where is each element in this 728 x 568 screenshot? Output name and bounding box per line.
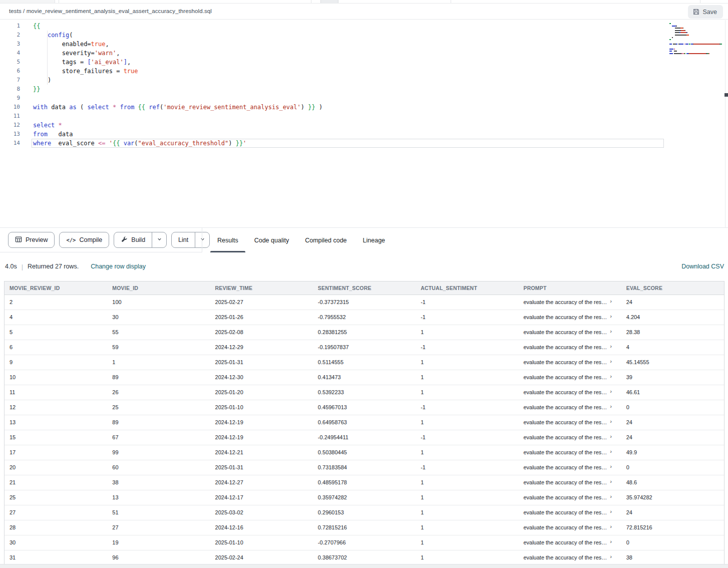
expand-prompt-icon[interactable]: › — [610, 520, 611, 534]
cell: 0.5114555 — [313, 355, 416, 370]
line-number: 6 — [0, 67, 20, 76]
expand-prompt-icon[interactable]: › — [610, 370, 611, 384]
column-header-movie_review_id: MOVIE_REVIEW_ID — [5, 281, 107, 295]
breadcrumb-folder[interactable]: tests — [9, 8, 22, 14]
expand-prompt-icon[interactable]: › — [610, 355, 611, 369]
cell: 48.6 — [621, 475, 724, 490]
expand-prompt-icon[interactable]: › — [610, 445, 611, 459]
divider: | — [22, 263, 23, 270]
expand-prompt-icon[interactable]: › — [610, 460, 611, 474]
cell-prompt: evaluate the accuracy of the res… › — [518, 400, 621, 415]
expand-prompt-icon[interactable]: › — [610, 505, 611, 519]
cell-prompt: evaluate the accuracy of the res… › — [518, 445, 621, 460]
cell: -0.24954411 — [313, 430, 416, 445]
editor-scrollbar-thumb[interactable] — [724, 93, 728, 97]
sql-editor[interactable]: 1{{2 config(3 enabled=true,4 severity='w… — [0, 20, 728, 228]
code-line[interactable]: 13from data — [0, 130, 668, 139]
line-number: 9 — [0, 94, 20, 103]
cell: -0.2707966 — [313, 535, 416, 550]
download-csv-link[interactable]: Download CSV — [681, 263, 724, 270]
breadcrumb[interactable]: tests / movie_review_sentiment_analysis_… — [9, 4, 212, 19]
prompt-text: evaluate the accuracy of the res… — [523, 359, 608, 365]
minimap-line — [669, 46, 722, 47]
preview-label: Preview — [26, 236, 48, 243]
tab-code-quality[interactable]: Code quality — [246, 228, 297, 252]
cell: 60 — [107, 460, 210, 475]
code-line[interactable]: 8}} — [0, 85, 668, 94]
code-line[interactable]: 1{{ — [0, 22, 668, 31]
expand-prompt-icon[interactable]: › — [610, 415, 611, 429]
tab-lineage[interactable]: Lineage — [355, 228, 394, 252]
build-button[interactable]: Build — [114, 232, 167, 248]
code-line[interactable]: 5 tags = ['ai_eval'], — [0, 58, 668, 67]
expand-prompt-icon[interactable]: › — [610, 550, 611, 564]
expand-prompt-icon[interactable]: › — [610, 340, 611, 354]
cell-prompt: evaluate the accuracy of the res… › — [518, 550, 621, 564]
cell: 0 — [621, 535, 724, 550]
expand-prompt-icon[interactable]: › — [610, 325, 611, 339]
table-row: 4302025-01-26-0.7955532-1evaluate the ac… — [5, 310, 724, 325]
chevron-down-icon — [200, 236, 205, 243]
compile-button[interactable]: </> Compile — [59, 232, 109, 248]
cell: 5 — [5, 325, 107, 340]
prompt-text: evaluate the accuracy of the res… — [523, 299, 608, 305]
tab-results[interactable]: Results — [209, 228, 246, 252]
cell: 20 — [5, 460, 107, 475]
cell: -1 — [416, 295, 518, 310]
code-line[interactable]: 11 — [0, 112, 668, 121]
cell-prompt: evaluate the accuracy of the res… › — [518, 520, 621, 535]
cell: 1 — [416, 475, 518, 490]
minimap[interactable] — [669, 23, 722, 68]
horizontal-scrollbar-track[interactable] — [0, 564, 728, 568]
code-line[interactable]: 12select * — [0, 121, 668, 130]
code-line[interactable]: 10with data as ( select * from {{ ref('m… — [0, 103, 668, 112]
code-line[interactable]: 4 severity='warn', — [0, 49, 668, 58]
code-area[interactable]: 1{{2 config(3 enabled=true,4 severity='w… — [0, 22, 668, 148]
top-tab-fragment — [59, 0, 311, 3]
cell: 89 — [107, 415, 210, 430]
cell: 13 — [5, 415, 107, 430]
table-body: 21002025-02-27-0.37372315-1evaluate the … — [5, 295, 724, 564]
change-row-display-link[interactable]: Change row display — [91, 263, 146, 270]
cell: 1 — [107, 355, 210, 370]
prompt-text: evaluate the accuracy of the res… — [523, 374, 608, 380]
expand-prompt-icon[interactable]: › — [610, 310, 611, 324]
cell: 0.5392233 — [313, 385, 416, 400]
expand-prompt-icon[interactable]: › — [610, 400, 611, 414]
code-line[interactable]: 7 ) — [0, 76, 668, 85]
lint-button[interactable]: Lint — [171, 232, 210, 248]
minimap-line — [669, 30, 722, 31]
expand-prompt-icon[interactable]: › — [610, 475, 611, 489]
cell: 31 — [5, 550, 107, 564]
cell: 96 — [107, 550, 210, 564]
table-row: 28272024-12-160.728152161evaluate the ac… — [5, 520, 724, 535]
cell: 24 — [621, 430, 724, 445]
save-button[interactable]: Save — [688, 5, 723, 19]
cell: 26 — [107, 385, 210, 400]
code-line[interactable]: 9 — [0, 94, 668, 103]
cell: 67 — [107, 430, 210, 445]
preview-button[interactable]: Preview — [8, 232, 55, 248]
cell: 46.61 — [621, 385, 724, 400]
expand-prompt-icon[interactable]: › — [610, 385, 611, 399]
cell: 0.2960153 — [313, 505, 416, 520]
expand-prompt-icon[interactable]: › — [610, 490, 611, 504]
build-dropdown-toggle[interactable] — [152, 232, 166, 247]
tab-label: Results — [217, 237, 238, 244]
table-row: 6592024-12-29-0.19507837-1evaluate the a… — [5, 340, 724, 355]
tab-label: Lineage — [363, 237, 386, 244]
cell: 27 — [107, 520, 210, 535]
expand-prompt-icon[interactable]: › — [610, 295, 611, 309]
code-line[interactable]: 3 enabled=true, — [0, 40, 668, 49]
minimap-line — [669, 32, 722, 33]
expand-prompt-icon[interactable]: › — [610, 430, 611, 444]
prompt-text: evaluate the accuracy of the res… — [523, 524, 608, 530]
result-tabs: Results Code quality Compiled code Linea… — [209, 228, 393, 252]
code-line[interactable]: 14where eval_score <= '{{ var("eval_accu… — [0, 139, 668, 148]
expand-prompt-icon[interactable]: › — [610, 535, 611, 549]
code-line[interactable]: 6 store_failures = true — [0, 67, 668, 76]
column-header-eval_score: EVAL_SCORE — [621, 281, 724, 295]
tab-compiled-code[interactable]: Compiled code — [297, 228, 354, 252]
editor-scrollbar-track — [725, 20, 725, 227]
code-line[interactable]: 2 config( — [0, 31, 668, 40]
